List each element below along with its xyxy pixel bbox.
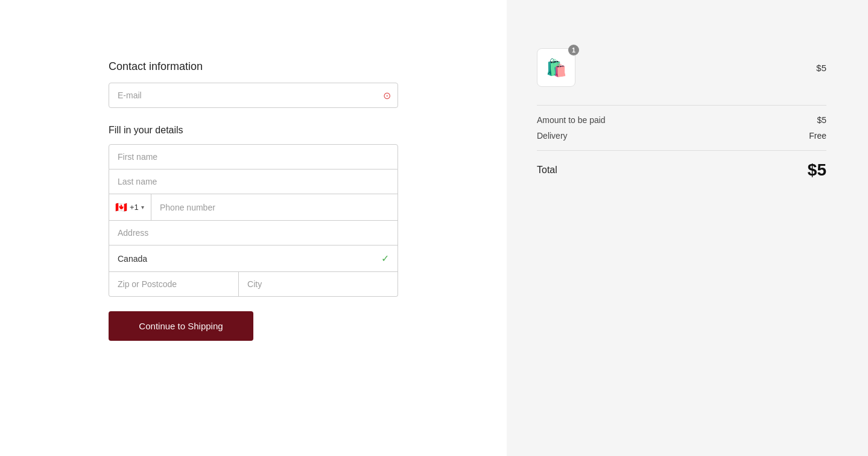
canada-flag-icon: 🇨🇦: [115, 201, 127, 213]
total-label: Total: [537, 165, 557, 176]
zip-city-row: [109, 272, 398, 297]
delivery-value: Free: [809, 131, 826, 141]
details-form: 🇨🇦 +1 ▾ Canada ✓: [109, 144, 398, 297]
country-code-label: +1: [130, 203, 139, 212]
form-container: Contact information ⊙ Fill in your detai…: [109, 60, 398, 341]
phone-input[interactable]: [151, 194, 398, 220]
left-panel: Contact information ⊙ Fill in your detai…: [0, 0, 507, 456]
summary-divider: [537, 105, 826, 106]
product-price: $5: [816, 63, 826, 73]
zip-input[interactable]: [109, 272, 239, 296]
address-input[interactable]: [109, 221, 398, 245]
quantity-badge: 1: [568, 45, 579, 55]
phone-row: 🇨🇦 +1 ▾: [109, 194, 398, 221]
total-row: Total $5: [537, 160, 826, 180]
amount-label: Amount to be paid: [537, 115, 606, 125]
right-panel: 🛍️ 1 $5 Amount to be paid $5 Delivery Fr…: [507, 0, 868, 456]
total-amount: $5: [808, 160, 826, 180]
email-field-wrapper: ⊙: [109, 83, 398, 108]
email-input[interactable]: [109, 83, 398, 108]
last-name-input[interactable]: [109, 169, 398, 194]
email-error-icon: ⊙: [383, 90, 391, 101]
country-row: Canada ✓: [109, 245, 398, 272]
details-section-title: Fill in your details: [109, 125, 398, 136]
first-name-input[interactable]: [109, 144, 398, 169]
check-icon: ✓: [381, 253, 389, 264]
delivery-row: Delivery Free: [537, 131, 826, 141]
amount-to-be-paid-row: Amount to be paid $5: [537, 115, 826, 125]
contact-section-title: Contact information: [109, 60, 398, 73]
phone-country-selector[interactable]: 🇨🇦 +1 ▾: [109, 194, 151, 220]
shopping-bag-icon: 🛍️: [546, 58, 567, 78]
total-divider: [537, 150, 826, 151]
product-row: 🛍️ 1 $5: [537, 48, 826, 87]
product-image-wrapper: 🛍️ 1: [537, 48, 575, 87]
country-value: Canada: [118, 254, 147, 264]
chevron-down-icon: ▾: [141, 204, 144, 211]
amount-value: $5: [817, 115, 826, 125]
delivery-label: Delivery: [537, 131, 568, 141]
city-input[interactable]: [239, 272, 398, 296]
order-summary: 🛍️ 1 $5 Amount to be paid $5 Delivery Fr…: [537, 48, 826, 180]
continue-to-shipping-button[interactable]: Continue to Shipping: [109, 311, 253, 341]
